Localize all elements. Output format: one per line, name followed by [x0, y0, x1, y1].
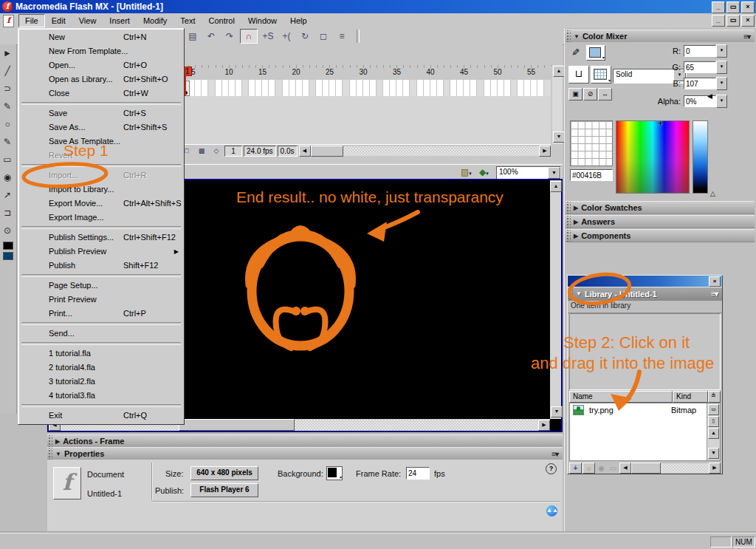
- timeline-frames[interactable]: [182, 80, 551, 97]
- menu-edit[interactable]: Edit: [45, 14, 72, 27]
- chevron-down-icon[interactable]: ▼: [548, 167, 560, 179]
- library-item-row[interactable]: try.pngBitmap: [570, 403, 720, 416]
- menu-help[interactable]: Help: [284, 14, 314, 27]
- menu-item-open-as-library[interactable]: Open as Library...Ctrl+Shift+O: [19, 72, 183, 86]
- ink-bottle-tool-icon[interactable]: ◉: [0, 168, 15, 186]
- scroll-down-icon[interactable]: ▼: [551, 406, 563, 417]
- rotate-icon[interactable]: ↻: [297, 30, 313, 43]
- align-icon[interactable]: ≡: [334, 30, 350, 43]
- help-icon[interactable]: ?: [546, 463, 557, 474]
- color-mixer-header[interactable]: ▼ Color Mixer ≡▾: [566, 30, 755, 43]
- scroll-track[interactable]: [295, 420, 538, 430]
- ruler-frame-50[interactable]: 50: [494, 68, 502, 76]
- current-color-grid-swatch[interactable]: [570, 120, 613, 166]
- menu-item-exit[interactable]: ExitCtrl+Q: [19, 409, 183, 423]
- timeline-scroll-track[interactable]: [343, 146, 540, 156]
- smooth-icon[interactable]: +S: [260, 30, 276, 43]
- panel-gripper[interactable]: [566, 202, 571, 214]
- edit-symbols-icon[interactable]: ◆▾: [479, 167, 489, 177]
- chevron-down-icon[interactable]: ▼: [716, 95, 727, 108]
- g-input[interactable]: [684, 61, 716, 73]
- free-transform-tool-icon[interactable]: ▭: [0, 151, 15, 168]
- stroke-color-chip[interactable]: [3, 242, 13, 250]
- menu-item-save[interactable]: SaveCtrl+S: [19, 106, 183, 120]
- scroll-left-icon[interactable]: ◀: [619, 463, 631, 474]
- ruler-frame-40[interactable]: 40: [427, 68, 435, 76]
- scrollbar-thumb[interactable]: [631, 463, 661, 474]
- fill-color-swatch[interactable]: ▾: [591, 66, 611, 83]
- menu-text[interactable]: Text: [173, 14, 202, 27]
- b-input[interactable]: [684, 78, 716, 89]
- zoom-control[interactable]: 100% ▼: [496, 166, 561, 180]
- panel-options-icon[interactable]: ≡▾: [711, 290, 718, 298]
- panel-gripper[interactable]: [566, 230, 571, 242]
- name-column-header[interactable]: Name: [569, 391, 673, 403]
- chevron-down-icon[interactable]: ▼: [716, 44, 727, 58]
- menu-item-export-image[interactable]: Export Image...: [19, 211, 183, 225]
- fill-color-chip[interactable]: [3, 252, 13, 260]
- pencil-tool-icon[interactable]: ✎: [0, 133, 15, 151]
- scroll-down-icon[interactable]: ▼: [553, 132, 565, 143]
- menu-item-publish-preview[interactable]: Publish Preview▶: [19, 245, 183, 259]
- ruler-frame-35[interactable]: 35: [393, 68, 401, 76]
- undo-icon[interactable]: ↶: [203, 30, 219, 43]
- library-window[interactable]: × ▼ Library - Untitled-1 ≡▾ One item in …: [567, 275, 723, 474]
- background-color-swatch[interactable]: ▾: [326, 466, 343, 480]
- timeline-scroll-left-icon[interactable]: ◀: [299, 146, 311, 157]
- paste-icon[interactable]: ▤: [185, 30, 201, 43]
- timeline-scrollbar-thumb[interactable]: [311, 146, 343, 157]
- library-panel-header[interactable]: ▼ Library - Untitled-1 ≡▾: [568, 287, 722, 301]
- mdi-close-button[interactable]: ×: [741, 15, 755, 27]
- menu-insert[interactable]: Insert: [103, 14, 137, 27]
- scroll-up-icon[interactable]: ▲: [553, 66, 565, 77]
- menu-item-send[interactable]: Send...: [19, 327, 183, 341]
- hex-color-input[interactable]: [570, 169, 613, 181]
- no-color-icon[interactable]: ⊘: [583, 88, 597, 100]
- ruler-frame-55[interactable]: 55: [527, 68, 535, 76]
- timeline-scroll-right-icon[interactable]: ▶: [539, 146, 551, 157]
- modify-onion-markers-icon[interactable]: ◇: [210, 146, 223, 157]
- close-button[interactable]: ×: [741, 1, 755, 13]
- brightness-gradient-bar[interactable]: [693, 120, 708, 194]
- ruler-frame-15[interactable]: 15: [258, 68, 267, 76]
- kind-column-header[interactable]: Kind: [673, 391, 708, 403]
- size-button[interactable]: 640 x 480 pixels: [190, 466, 258, 480]
- timeline-ruler[interactable]: 151015202530354045505560: [182, 65, 551, 81]
- brightness-slider-arrow[interactable]: ◀: [707, 92, 712, 100]
- paint-bucket-icon[interactable]: ⊔: [568, 66, 589, 83]
- edit-scene-icon[interactable]: ▧▾: [461, 167, 472, 177]
- edit-multiple-frames-icon[interactable]: ▩: [195, 146, 208, 157]
- sort-order-button[interactable]: ≜: [708, 391, 721, 403]
- close-icon[interactable]: ×: [709, 276, 721, 287]
- stroke-color-swatch[interactable]: ▾: [586, 45, 605, 61]
- frame-rate-indicator[interactable]: 24.0 fps: [244, 146, 276, 157]
- menu-item-print-preview[interactable]: Print Preview: [19, 293, 183, 307]
- menu-item-export-movie[interactable]: Export Movie...Ctrl+Alt+Shift+S: [19, 197, 183, 211]
- menu-item-publish[interactable]: PublishShift+F12: [19, 259, 183, 273]
- expand-picker-arrow[interactable]: △: [710, 190, 715, 197]
- menu-modify[interactable]: Modify: [137, 14, 173, 27]
- menu-item-3-tutorial2-fla[interactable]: 3 tutorial2.fla: [19, 375, 183, 389]
- scrollbar-thumb[interactable]: [179, 419, 295, 431]
- panel-gripper[interactable]: [568, 287, 573, 300]
- orange-logo-graphic[interactable]: [238, 217, 363, 354]
- restore-button[interactable]: ▭: [726, 1, 740, 13]
- document-icon[interactable]: f: [3, 15, 14, 27]
- chevron-down-icon[interactable]: ▼: [716, 61, 727, 74]
- r-input[interactable]: [684, 45, 716, 57]
- panel-options-icon[interactable]: ≡▾: [743, 33, 750, 41]
- scale-icon[interactable]: ◻: [315, 30, 331, 43]
- pen-tool-icon[interactable]: ✎: [0, 98, 15, 115]
- scroll-track[interactable]: [661, 463, 709, 473]
- wide-library-view-icon[interactable]: ▭: [708, 404, 719, 415]
- panel-gripper[interactable]: [566, 216, 571, 228]
- frame-rate-input[interactable]: [406, 467, 430, 480]
- menu-item-import-to-library[interactable]: Import to Library...: [19, 183, 183, 197]
- menu-control[interactable]: Control: [202, 14, 241, 27]
- publish-button[interactable]: Flash Player 6: [190, 483, 258, 497]
- scroll-down-icon[interactable]: ▼: [708, 448, 719, 459]
- actions-panel-header[interactable]: ▶ Actions - Frame: [47, 434, 563, 448]
- stage-vertical-scrollbar[interactable]: ▲ ▼: [550, 180, 561, 419]
- panel-gripper[interactable]: [47, 435, 52, 447]
- snap-magnet-icon[interactable]: ∩: [240, 29, 258, 44]
